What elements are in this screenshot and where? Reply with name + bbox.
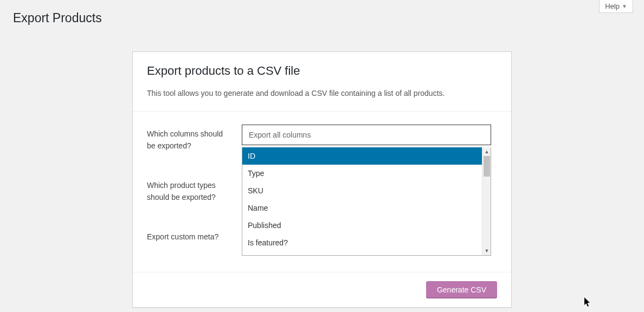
panel-title: Export products to a CSV file	[147, 64, 497, 78]
help-button[interactable]: Help ▼	[599, 0, 633, 13]
help-label: Help	[605, 2, 620, 10]
dropdown-option-published[interactable]: Published	[242, 217, 482, 234]
dropdown-option-id[interactable]: ID	[242, 147, 482, 165]
meta-label: Export custom meta?	[147, 227, 242, 243]
types-label: Which product types should be exported?	[147, 176, 242, 204]
dropdown-option-isfeatured[interactable]: Is featured?	[242, 234, 482, 251]
cursor-icon	[584, 297, 591, 309]
scroll-down-icon[interactable]: ▼	[482, 246, 491, 255]
panel-footer: Generate CSV	[133, 272, 511, 307]
panel-header: Export products to a CSV file This tool …	[133, 52, 511, 112]
columns-select[interactable]: Export all columns	[242, 125, 491, 145]
dropdown-option-name[interactable]: Name	[242, 199, 482, 217]
columns-placeholder: Export all columns	[249, 131, 311, 139]
scrollbar-thumb[interactable]	[484, 156, 490, 177]
chevron-down-icon: ▼	[622, 3, 627, 9]
scroll-up-icon[interactable]: ▲	[482, 147, 491, 156]
page-title: Export Products	[0, 0, 644, 25]
generate-csv-button[interactable]: Generate CSV	[426, 281, 497, 298]
export-panel: Export products to a CSV file This tool …	[132, 51, 512, 308]
dropdown-list: ID Type SKU Name Published Is featured?	[242, 147, 482, 255]
columns-label: Which columns should be exported?	[147, 125, 242, 152]
dropdown-scrollbar[interactable]: ▲ ▼	[482, 147, 491, 255]
dropdown-option-type[interactable]: Type	[242, 165, 482, 182]
panel-body: Which columns should be exported? Export…	[133, 112, 511, 272]
panel-description: This tool allows you to generate and dow…	[147, 88, 497, 99]
columns-dropdown: ID Type SKU Name Published Is featured? …	[242, 147, 491, 256]
dropdown-option-sku[interactable]: SKU	[242, 182, 482, 199]
